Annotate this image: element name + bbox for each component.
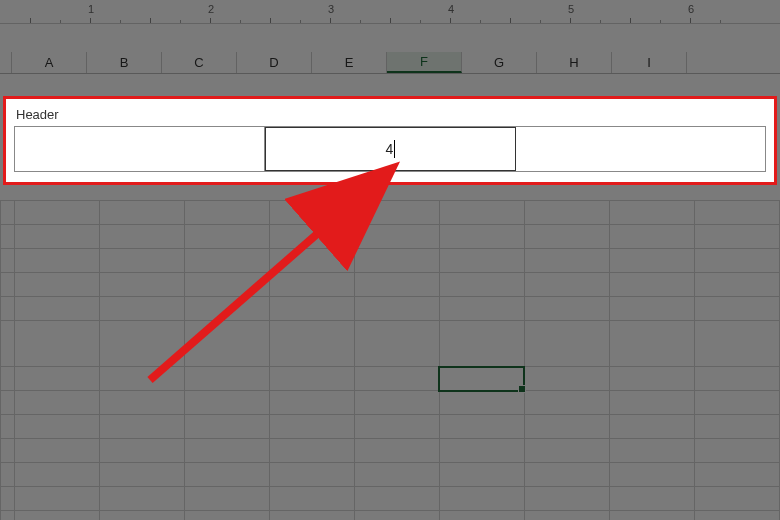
spreadsheet-grid[interactable] <box>0 200 780 520</box>
ruler-number: 6 <box>688 3 694 15</box>
ruler-number: 2 <box>208 3 214 15</box>
header-right-section[interactable] <box>516 127 765 171</box>
header-label: Header <box>16 107 766 122</box>
header-sections: 4 <box>14 126 766 172</box>
column-header-C[interactable]: C <box>162 52 237 73</box>
header-left-section[interactable] <box>15 127 265 171</box>
column-header-F[interactable]: F <box>387 52 462 73</box>
column-header-I[interactable]: I <box>612 52 687 73</box>
active-cell-F7[interactable] <box>439 367 524 391</box>
header-editor-highlight: Header 4 <box>3 96 777 185</box>
column-header-G[interactable]: G <box>462 52 537 73</box>
header-center-text: 4 <box>386 141 394 157</box>
select-all-corner[interactable] <box>0 52 12 73</box>
column-header-E[interactable]: E <box>312 52 387 73</box>
column-header-H[interactable]: H <box>537 52 612 73</box>
text-cursor <box>394 140 395 158</box>
ruler-number: 5 <box>568 3 574 15</box>
column-headers: A B C D E F G H I <box>0 52 780 74</box>
ruler-number: 4 <box>448 3 454 15</box>
horizontal-ruler: 1 2 3 4 5 6 <box>0 0 780 24</box>
ruler-number: 1 <box>88 3 94 15</box>
column-header-B[interactable]: B <box>87 52 162 73</box>
column-header-D[interactable]: D <box>237 52 312 73</box>
header-center-section[interactable]: 4 <box>265 127 516 171</box>
ruler-number: 3 <box>328 3 334 15</box>
column-header-A[interactable]: A <box>12 52 87 73</box>
